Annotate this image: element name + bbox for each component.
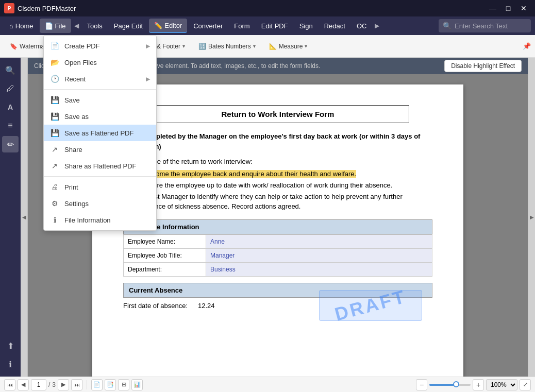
- highlighted-text: To welcome the employee back and enquire…: [133, 170, 356, 178]
- share-icon: ↗: [50, 145, 59, 154]
- employee-info-table: Employee Name: Anne Employee Job Title: …: [123, 234, 432, 277]
- document-title-row: Return to Work Interview Form: [123, 105, 432, 131]
- app-logo: P: [4, 3, 14, 13]
- pin-button[interactable]: 📌: [523, 42, 531, 50]
- create-pdf-arrow-icon: ▶: [146, 43, 150, 49]
- employee-jobtitle-label: Employee Job Title:: [124, 248, 206, 262]
- view-scroll-button[interactable]: 📊: [131, 379, 143, 390]
- expand-button[interactable]: ⤢: [520, 379, 531, 390]
- table-row: Employee Job Title: Manager: [124, 248, 432, 262]
- editor-icon: ✏️: [154, 22, 162, 29]
- header-footer-arrow-icon: ▾: [182, 43, 185, 49]
- measure-button[interactable]: 📐 Measure ▾: [263, 39, 313, 54]
- sidebar-collapse-button[interactable]: ◀: [21, 58, 28, 377]
- view-double-button[interactable]: 📑: [105, 379, 116, 390]
- view-single-button[interactable]: 📄: [91, 379, 103, 390]
- zoom-slider[interactable]: [429, 384, 471, 386]
- page-next-button[interactable]: ▶: [58, 379, 69, 390]
- menu-nav-left[interactable]: ◀: [72, 21, 81, 30]
- sidebar-item-annotate[interactable]: 🖊: [2, 80, 19, 97]
- sidebar-item-search[interactable]: 🔍: [2, 62, 19, 78]
- zoom-level-select[interactable]: 100% 75% 125% 150%: [486, 379, 517, 390]
- status-separator-1: [87, 380, 87, 389]
- employee-jobtitle-value[interactable]: Manager: [206, 248, 432, 262]
- bullet-item-1: To welcome the employee back and enquire…: [133, 169, 432, 179]
- zoom-slider-thumb: [453, 381, 459, 387]
- document-bullets: To welcome the employee back and enquire…: [123, 169, 432, 211]
- minimize-button[interactable]: —: [486, 3, 500, 14]
- menu-share-flattened[interactable]: ↗ Share as Flattened PDF: [44, 158, 156, 174]
- menu-save-as[interactable]: 💾 Save as: [44, 108, 156, 125]
- measure-icon: 📐: [269, 43, 277, 50]
- sidebar-item-upload[interactable]: ⬆: [2, 337, 19, 354]
- menu-nav-right[interactable]: ▶: [373, 21, 381, 30]
- menu-oc[interactable]: OC: [352, 19, 372, 33]
- menu-page-edit[interactable]: Page Edit: [109, 19, 148, 33]
- menu-editor[interactable]: ✏️ Editor: [149, 19, 187, 33]
- watermark-icon: 🔖: [10, 43, 18, 50]
- sidebar-item-edit[interactable]: ✏: [2, 136, 19, 152]
- bates-numbers-button[interactable]: 🔢 Bates Numbers ▾: [193, 39, 261, 54]
- search-icon: 🔍: [443, 22, 452, 30]
- create-pdf-icon: 📄: [50, 41, 59, 50]
- page-first-button[interactable]: ⏮: [4, 379, 15, 390]
- menu-create-pdf[interactable]: 📄 Create PDF ▶: [44, 38, 156, 54]
- menu-sign[interactable]: Sign: [294, 19, 318, 33]
- zoom-slider-fill: [429, 384, 456, 386]
- menu-save-as-flattened[interactable]: 💾 Save as Flattened PDF: [44, 125, 156, 141]
- sidebar-item-text[interactable]: A: [2, 99, 19, 115]
- page-last-button[interactable]: ⏭: [71, 379, 82, 390]
- menu-print[interactable]: 🖨 Print: [44, 179, 156, 195]
- menu-bar: ⌂ Home 📄 File ◀ Tools Page Edit ✏️ Edito…: [0, 16, 535, 35]
- menu-save[interactable]: 💾 Save: [44, 92, 156, 108]
- table-row: Employee Name: Anne: [124, 234, 432, 248]
- sidebar-item-info[interactable]: ℹ: [2, 356, 19, 372]
- page-prev-button[interactable]: ◀: [18, 379, 29, 390]
- employee-dept-value[interactable]: Business: [206, 262, 432, 276]
- search-input[interactable]: [455, 22, 527, 30]
- menu-converter[interactable]: Converter: [188, 19, 228, 33]
- file-icon: 📄: [45, 22, 53, 30]
- close-button[interactable]: ✕: [516, 3, 531, 14]
- menu-home[interactable]: ⌂ Home: [4, 19, 39, 33]
- title-bar: P Cisdem PDFMaster — □ ✕: [0, 0, 535, 16]
- bullet-item-2: To ensure the employee up to date with w…: [133, 181, 432, 190]
- menu-file[interactable]: 📄 File: [40, 19, 71, 33]
- save-as-icon: 💾: [50, 112, 59, 121]
- menu-share[interactable]: ↗ Share: [44, 141, 156, 158]
- disable-highlight-button[interactable]: Disable Highlight Effect: [444, 60, 522, 72]
- menu-open-files[interactable]: 📂 Open Files: [44, 54, 156, 71]
- bullet-item-3: To assist Manager to identify where they…: [133, 192, 432, 211]
- total-pages: 3: [52, 381, 56, 388]
- file-info-icon: ℹ: [50, 215, 59, 225]
- document-purpose: The purpose of the return to work interv…: [123, 158, 432, 165]
- page-number-input[interactable]: [31, 379, 46, 390]
- home-icon: ⌂: [9, 22, 13, 30]
- zoom-in-button[interactable]: +: [473, 379, 484, 390]
- right-sidebar-collapse-button[interactable]: ▶: [528, 58, 535, 377]
- view-grid-button[interactable]: ⊞: [118, 379, 129, 390]
- menu-settings[interactable]: ⚙ Settings: [44, 195, 156, 212]
- left-sidebar: 🔍 🖊 A ≡ ✏ ⬆ ℹ: [0, 58, 21, 377]
- employee-info-header: Employee Information: [123, 219, 432, 234]
- menu-form[interactable]: Form: [229, 19, 255, 33]
- sidebar-item-list[interactable]: ≡: [2, 117, 19, 134]
- zoom-out-button[interactable]: −: [416, 379, 427, 390]
- open-files-icon: 📂: [50, 58, 59, 67]
- file-dropdown-menu: 📄 Create PDF ▶ 📂 Open Files 🕐 Recent ▶ 💾…: [43, 35, 157, 231]
- document-notice: To be completed by the Manager on the em…: [123, 131, 432, 151]
- menu-edit-pdf[interactable]: Edit PDF: [256, 19, 293, 33]
- bates-icon: 🔢: [198, 43, 206, 50]
- menu-recent[interactable]: 🕐 Recent ▶: [44, 71, 156, 87]
- employee-name-value[interactable]: Anne: [206, 234, 432, 248]
- absence-date-value[interactable]: 12.24: [198, 302, 215, 310]
- menu-separator-2: [44, 176, 156, 177]
- maximize-button[interactable]: □: [501, 3, 515, 14]
- search-box[interactable]: 🔍: [439, 19, 531, 32]
- table-row: Department: Business: [124, 262, 432, 276]
- collapse-right-icon: ▶: [530, 214, 534, 220]
- absence-date-label: First date of absence:: [123, 302, 188, 310]
- menu-tools[interactable]: Tools: [82, 19, 108, 33]
- menu-redact[interactable]: Redact: [319, 19, 350, 33]
- menu-file-information[interactable]: ℹ File Information: [44, 212, 156, 228]
